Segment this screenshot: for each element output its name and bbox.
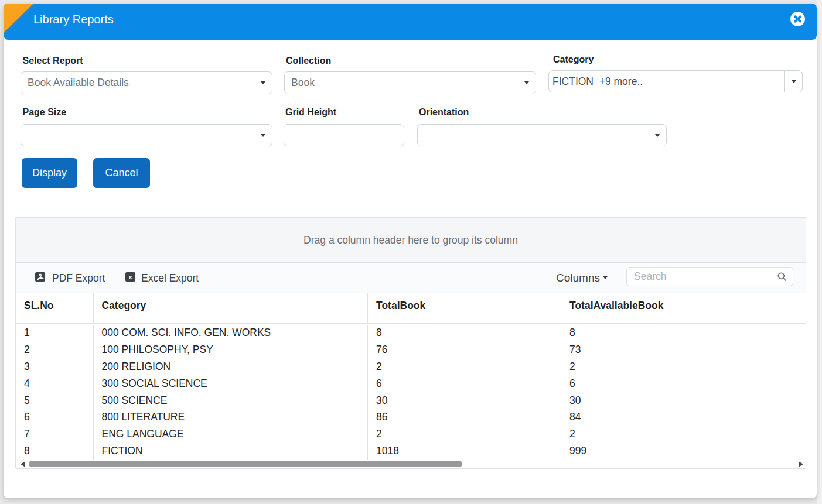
svg-text:x: x — [128, 273, 132, 280]
